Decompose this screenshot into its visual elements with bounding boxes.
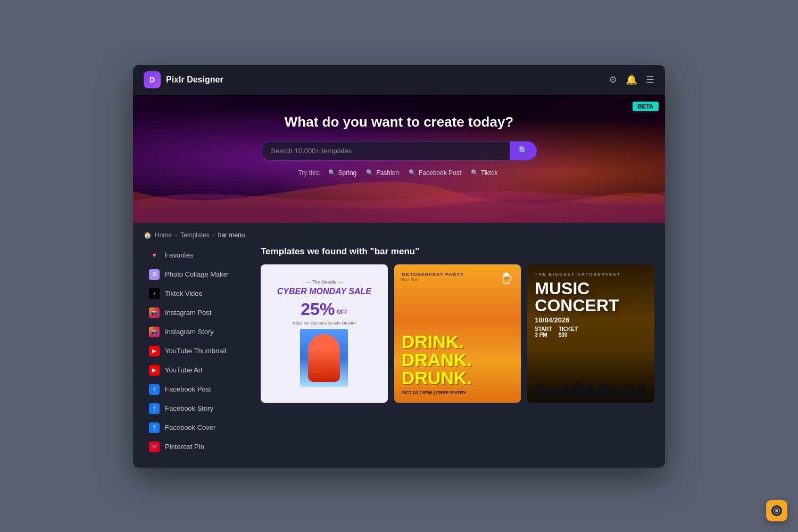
templates-area: Templates we found with "bar menu" — The… (261, 246, 654, 457)
concert-crowd (527, 350, 654, 403)
chip-facebook-post[interactable]: 🔍 Facebook Post (406, 168, 463, 178)
template-card-cyber-monday[interactable]: — The Needle — Cyber Monday Sale 25% OFF… (261, 264, 388, 403)
try-this-row: Try this: 🔍 Spring 🔍 Fashion 🔍 Facebook … (298, 168, 500, 178)
nav-logo: D Pixlr Designer (144, 71, 223, 88)
youtube-thumbnail-icon: ▶ (149, 346, 160, 356)
cyber-figure (308, 334, 340, 382)
instagram-story-icon: 📷 (149, 327, 160, 337)
app-logo-icon: D (144, 71, 161, 88)
content-area: 🏠 Home › Templates › bar menu ♥ Favorite… (133, 223, 665, 468)
cyber-title: Cyber Monday Sale (277, 287, 371, 296)
chip-fashion[interactable]: 🔍 Fashion (364, 168, 401, 178)
bottom-logo-icon (770, 504, 783, 517)
bottom-logo (766, 500, 787, 521)
main-layout: ♥ Favorites ⊞ Photo Collage Maker ♪ Tikt… (144, 246, 654, 457)
cyber-percent: 25% (301, 301, 335, 318)
hero-title: What do you want to create today? (285, 114, 513, 130)
okto-bar-label: Bar Bar (402, 277, 464, 282)
sidebar-item-favorites[interactable]: ♥ Favorites (144, 246, 250, 264)
svg-point-1 (775, 509, 778, 512)
settings-icon[interactable]: ⚙ (609, 74, 617, 86)
cyber-sub: Rock the casual look with DENIM (293, 321, 355, 326)
facebook-post-icon: f (149, 384, 160, 395)
grid-icon: ⊞ (149, 269, 160, 280)
breadcrumb-home[interactable]: Home (155, 231, 172, 239)
instagram-icon: 📷 (149, 307, 160, 318)
concert-ticket: TICKET $30 (559, 326, 578, 338)
pinterest-icon: P (149, 442, 160, 452)
templates-grid: — The Needle — Cyber Monday Sale 25% OFF… (261, 264, 654, 403)
chip-spring[interactable]: 🔍 Spring (326, 168, 359, 178)
beta-badge: BETA (633, 102, 659, 111)
search-bar: 🔍 (261, 141, 537, 161)
sidebar-item-instagram-story[interactable]: 📷 Instagram Story (144, 323, 250, 341)
breadcrumb-current: bar menu (218, 231, 245, 239)
cyber-off: OFF (337, 307, 347, 318)
crowd-silhouette (527, 361, 654, 398)
chip-search-icon-4: 🔍 (471, 169, 478, 176)
chip-tiktok[interactable]: 🔍 Tiktok (469, 168, 500, 178)
try-this-label: Try this: (298, 169, 320, 177)
breadcrumb: 🏠 Home › Templates › bar menu (144, 231, 654, 239)
concert-details: START 3 PM TICKET $30 (535, 326, 647, 338)
sidebar: ♥ Favorites ⊞ Photo Collage Maker ♪ Tikt… (144, 246, 250, 457)
sidebar-item-instagram-post[interactable]: 📷 Instagram Post (144, 304, 250, 322)
cyber-product-image (300, 329, 348, 387)
sidebar-item-facebook-cover[interactable]: f Facebook Cover (144, 419, 250, 437)
sidebar-item-facebook-story[interactable]: f Facebook Story (144, 400, 250, 418)
okto-top: Oktoberfest Party Bar Bar 🍺 (402, 272, 514, 285)
breadcrumb-templates[interactable]: Templates (180, 231, 210, 239)
sidebar-item-facebook-post[interactable]: f Facebook Post (144, 380, 250, 398)
sidebar-item-pinterest[interactable]: P Pinterest Pin (144, 438, 250, 456)
menu-icon[interactable]: ☰ (646, 74, 654, 86)
sidebar-item-tiktok[interactable]: ♪ Tiktok Video (144, 285, 250, 303)
search-input[interactable] (261, 142, 510, 160)
concert-start: START 3 PM (535, 326, 552, 338)
breadcrumb-sep-1: › (175, 231, 177, 239)
app-name: Pixlr Designer (166, 75, 223, 85)
search-button[interactable]: 🔍 (510, 142, 537, 160)
cyber-brand: — The Needle — (306, 279, 343, 285)
sidebar-item-photo-collage[interactable]: ⊞ Photo Collage Maker (144, 265, 250, 284)
nav-actions: ⚙ 🔔 ☰ (609, 74, 654, 86)
cyber-badge-row: 25% OFF (301, 301, 347, 318)
template-card-concert[interactable]: The Biggest Oktoberfest MUSIC CONCERT 10… (527, 264, 654, 403)
youtube-art-icon: ▶ (149, 365, 160, 376)
facebook-cover-icon: f (149, 422, 160, 433)
hero-banner: BETA What do you want to create today? 🔍… (133, 95, 665, 223)
okto-event-label: Oktoberfest Party Bar Bar (402, 272, 464, 282)
app-window: D Pixlr Designer ⚙ 🔔 ☰ BETA What do you … (133, 65, 665, 468)
tiktok-icon: ♪ (149, 288, 160, 299)
chip-search-icon-3: 🔍 (409, 169, 416, 176)
chip-search-icon: 🔍 (328, 169, 336, 176)
facebook-story-icon: f (149, 403, 160, 414)
breadcrumb-sep-2: › (213, 231, 215, 239)
template-card-oktoberfest[interactable]: Oktoberfest Party Bar Bar 🍺 DRINK. DRANK… (394, 264, 521, 403)
sidebar-item-youtube-art[interactable]: ▶ YouTube Art (144, 361, 250, 379)
chip-search-icon-2: 🔍 (366, 169, 373, 176)
templates-title: Templates we found with "bar menu" (261, 246, 654, 257)
okto-main-text: DRINK. DRANK. DRUNK. (402, 332, 514, 387)
concert-title: MUSIC CONCERT (535, 280, 647, 314)
heart-icon: ♥ (149, 250, 160, 261)
top-nav: D Pixlr Designer ⚙ 🔔 ☰ (133, 65, 665, 95)
okto-footer: OCT 03 | 8PM | FREE ENTRY (402, 390, 514, 395)
concert-date: 10/04/2026 (535, 316, 647, 324)
beer-mug-icon: 🍺 (500, 272, 513, 285)
sidebar-item-youtube-thumbnail[interactable]: ▶ YouTube Thumbnail (144, 342, 250, 360)
concert-top-label: The Biggest Oktoberfest (535, 272, 647, 277)
home-icon: 🏠 (144, 231, 152, 239)
notification-icon[interactable]: 🔔 (626, 74, 637, 86)
hero-content: What do you want to create today? 🔍 Try … (133, 95, 665, 178)
